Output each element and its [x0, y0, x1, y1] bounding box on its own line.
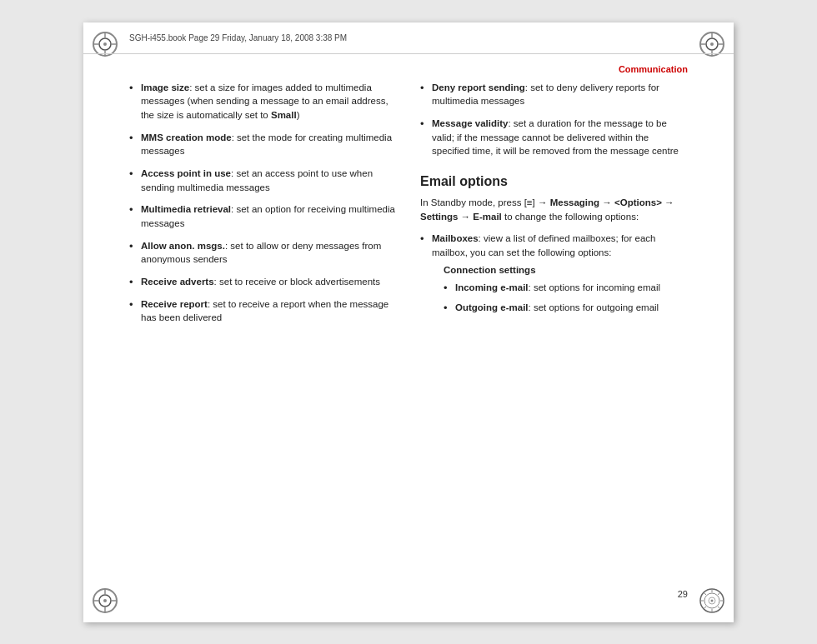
mailboxes-bold: Mailboxes: [432, 233, 479, 243]
list-item: Allow anon. msgs.: set to allow or deny …: [129, 239, 397, 267]
item-bold: Allow anon. msgs.: [141, 241, 225, 251]
list-item: Image size: set a size for images added …: [129, 81, 397, 122]
left-list: Image size: set a size for images added …: [129, 81, 397, 325]
item-bold: Access point in use: [141, 168, 231, 178]
svg-point-16: [103, 599, 107, 602]
page: SGH-i455.book Page 29 Friday, January 18…: [83, 22, 734, 622]
corner-decoration-bl: [90, 586, 120, 616]
item-bold: Deny report sending: [432, 82, 525, 92]
email-list: Mailboxes: view a list of defined mailbo…: [420, 232, 688, 314]
email-options-intro: In Standby mode, press [≡] → Messaging →…: [420, 196, 688, 223]
item-text: : set options for incoming email: [529, 282, 661, 292]
connection-settings-heading: Connection settings: [444, 263, 688, 277]
svg-line-29: [704, 592, 706, 595]
item-text: : set options for outgoing email: [529, 302, 659, 312]
list-item: Multimedia retrieval: set an option for …: [129, 202, 397, 230]
left-column: Image size: set a size for images added …: [129, 72, 397, 581]
item-bold: Multimedia retrieval: [141, 204, 231, 214]
page-number: 29: [678, 589, 688, 599]
list-item-mailboxes: Mailboxes: view a list of defined mailbo…: [420, 232, 688, 314]
page-header: SGH-i455.book Page 29 Friday, January 18…: [83, 22, 734, 54]
header-text: SGH-i455.book Page 29 Friday, January 18…: [129, 33, 347, 42]
sub-list-item: Outgoing e-mail: set options for outgoin…: [444, 301, 688, 315]
list-item: MMS creation mode: set the mode for crea…: [129, 131, 397, 158]
right-list: Deny report sending: set to deny deliver…: [420, 81, 688, 158]
item-bold2: Small: [271, 110, 297, 120]
email-options-heading: Email options: [420, 173, 688, 189]
svg-line-31: [718, 592, 720, 595]
main-content: Image size: set a size for images added …: [129, 72, 688, 581]
item-bold: Incoming e-mail: [455, 282, 529, 292]
svg-line-32: [704, 607, 706, 609]
svg-line-30: [718, 607, 720, 609]
list-item: Access point in use: set an access point…: [129, 167, 397, 194]
item-bold: Receive adverts: [141, 277, 214, 287]
item-bold: Message validity: [432, 118, 508, 128]
list-item: Message validity: set a duration for the…: [420, 117, 688, 158]
svg-point-24: [711, 599, 714, 602]
corner-decoration-br: [697, 586, 727, 616]
list-item: Receive report: set to receive a report …: [129, 297, 397, 325]
item-bold: MMS creation mode: [141, 132, 232, 142]
list-item: Receive adverts: set to receive or block…: [129, 275, 397, 289]
sub-list: Incoming e-mail: set options for incomin…: [444, 281, 688, 314]
right-column: Deny report sending: set to deny deliver…: [420, 72, 688, 581]
item-text: : set to receive or block advertisements: [214, 277, 380, 287]
item-bold: Image size: [141, 82, 189, 92]
list-item: Deny report sending: set to deny deliver…: [420, 81, 688, 108]
sub-list-item: Incoming e-mail: set options for incomin…: [444, 281, 688, 295]
item-bold: Receive report: [141, 299, 208, 309]
item-bold: Outgoing e-mail: [455, 302, 529, 312]
